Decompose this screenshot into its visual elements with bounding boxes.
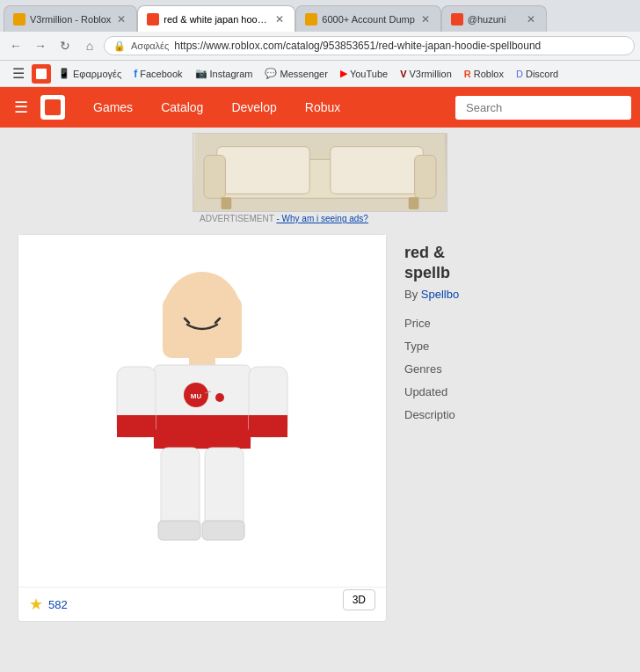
browser-chrome: V3rmillion - Roblox ✕ red & white japan … (0, 0, 640, 87)
bookmark-messenger[interactable]: 💬 Messenger (259, 65, 332, 82)
bookmark-facebook[interactable]: f Facebook (128, 65, 187, 83)
apps-label: Εφαρμογές (73, 69, 121, 79)
roblox-logo-inner (45, 99, 61, 115)
item-3d-canvas: MU (18, 235, 386, 587)
tab1-label: V3rmillion - Roblox (30, 14, 111, 25)
genres-label: Genres (404, 362, 442, 376)
facebook-icon: f (134, 68, 137, 80)
roblox-bm-label: Roblox (474, 69, 504, 79)
nav-catalog[interactable]: Catalog (147, 87, 217, 128)
hamburger-menu[interactable]: ☰ (7, 63, 30, 84)
bookmark-instagram[interactable]: 📷 Instagram (190, 65, 258, 82)
rating-row: ★ 582 (18, 587, 386, 621)
item-image-box: MU (18, 234, 387, 622)
roblox-logo-box[interactable] (40, 95, 65, 120)
price-label: Price (404, 317, 431, 330)
roblox-character: MU (66, 252, 338, 569)
tab1-close[interactable]: ✕ (115, 13, 127, 26)
ad-why-link[interactable]: - Why am i seeing ads? (276, 214, 368, 223)
nav-games[interactable]: Games (79, 87, 147, 128)
roblox-nav-icon (32, 64, 51, 84)
svg-rect-15 (154, 428, 251, 449)
svg-rect-6 (222, 197, 232, 209)
svg-rect-28 (202, 521, 244, 540)
type-label: Type (404, 340, 429, 353)
bookmark-v3rmillion[interactable]: V V3rmillion (395, 66, 457, 82)
youtube-label: YouTube (350, 69, 388, 79)
nav-develop[interactable]: Develop (217, 87, 290, 128)
item-info-box: red & spellb By Spellbo Price Type Genre… (404, 234, 622, 622)
roblox-inner-icon (36, 69, 47, 79)
tab2-close[interactable]: ✕ (273, 13, 286, 26)
tab2-label: red & white japan hood... (164, 14, 269, 25)
creator-link[interactable]: Spellbo (421, 288, 459, 301)
nav-develop-label: Develop (231, 100, 276, 114)
tab4-label: @huzuni (468, 14, 520, 25)
3d-button-label: 3D (353, 594, 366, 606)
svg-rect-2 (217, 147, 310, 194)
updated-row: Updated (404, 383, 622, 399)
rating-count[interactable]: 582 (48, 598, 68, 611)
svg-point-19 (215, 393, 224, 402)
v3rmillion-label: V3rmillion (409, 69, 451, 79)
svg-rect-27 (158, 521, 200, 540)
forward-button[interactable]: → (30, 35, 51, 56)
home-button[interactable]: ⌂ (79, 35, 100, 56)
svg-text:MU: MU (191, 392, 202, 400)
tab-bar: V3rmillion - Roblox ✕ red & white japan … (0, 0, 640, 32)
3d-button[interactable]: 3D (343, 589, 375, 610)
bookmark-youtube[interactable]: ▶ YouTube (335, 65, 393, 82)
star-icon: ★ (29, 595, 43, 614)
price-row: Price (404, 315, 622, 331)
bookmark-roblox[interactable]: R Roblox (459, 66, 509, 82)
apps-icon: 📱 (58, 68, 70, 79)
svg-rect-5 (415, 155, 436, 198)
bookmark-apps[interactable]: 📱 Εφαρμογές (53, 65, 127, 82)
tab-v3rmillion[interactable]: V3rmillion - Roblox ✕ (4, 5, 137, 32)
type-row: Type (404, 338, 622, 354)
roblox-bm-icon: R (464, 69, 471, 79)
back-button[interactable]: ← (5, 35, 26, 56)
svg-rect-24 (249, 415, 287, 437)
tab3-label: 6000+ Account Dump (322, 14, 415, 25)
genres-row: Genres (404, 361, 622, 376)
tab1-favicon (13, 13, 25, 26)
tab3-close[interactable]: ✕ (419, 13, 432, 26)
tab-account-dump[interactable]: 6000+ Account Dump ✕ (295, 5, 441, 32)
address-input[interactable]: 🔒 Ασφαλές https://www.roblox.com/catalog… (104, 36, 635, 55)
tab-catalog[interactable]: red & white japan hood... ✕ (137, 5, 295, 32)
instagram-label: Instagram (210, 69, 253, 79)
bookmarks-bar: ☰ 📱 Εφαρμογές f Facebook 📷 Instagram 💬 M… (0, 61, 640, 87)
security-label: Ασφαλές (131, 40, 169, 51)
lock-icon: 🔒 (113, 40, 126, 52)
tab4-favicon (451, 13, 463, 26)
item-title2-text: spellb (404, 264, 450, 281)
content-area: ADVERTISEMENT - Why am i seeing ads? (0, 128, 640, 672)
roblox-nav: ☰ Games Catalog Develop Robux (0, 87, 640, 128)
ad-label-text: ADVERTISEMENT (200, 214, 274, 223)
bookmark-discord[interactable]: D Discord (511, 66, 564, 82)
messenger-icon: 💬 (265, 68, 277, 79)
tab4-close[interactable]: ✕ (525, 13, 537, 26)
nav-catalog-label: Catalog (161, 100, 203, 114)
svg-rect-22 (117, 415, 156, 437)
messenger-label: Messenger (280, 69, 327, 79)
svg-rect-25 (161, 448, 200, 531)
description-label: Descriptio (404, 408, 455, 421)
url-text: https://www.roblox.com/catalog/953853651… (174, 40, 625, 52)
tab3-favicon (305, 13, 317, 26)
roblox-hamburger[interactable]: ☰ (9, 96, 33, 119)
item-title-text: red & (404, 244, 445, 261)
search-input[interactable] (455, 96, 631, 120)
discord-label: Discord (526, 69, 558, 79)
v3rmillion-icon: V (400, 69, 406, 79)
tab-huzuni[interactable]: @huzuni ✕ (441, 5, 547, 32)
creator-prefix: By (404, 288, 421, 301)
ad-inner: ADVERTISEMENT - Why am i seeing ads? (193, 133, 447, 225)
svg-rect-9 (163, 296, 242, 358)
facebook-label: Facebook (140, 69, 182, 79)
svg-rect-3 (331, 147, 424, 194)
reload-button[interactable]: ↻ (55, 35, 76, 56)
nav-games-label: Games (93, 100, 133, 114)
nav-robux[interactable]: Robux (291, 87, 354, 128)
